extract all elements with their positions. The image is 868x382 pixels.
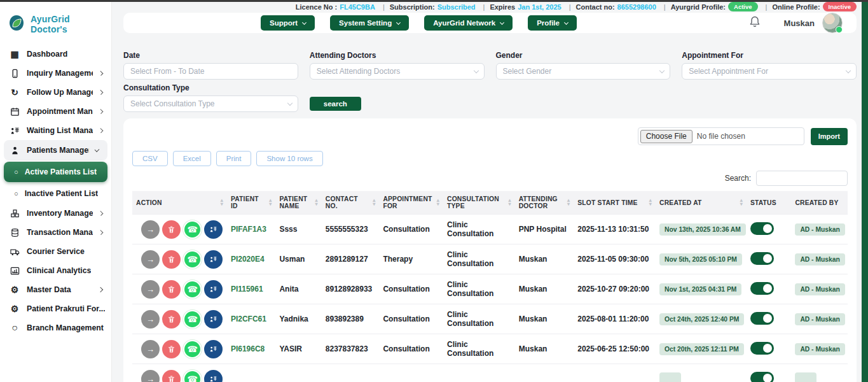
sort-icon[interactable]: ▴▾ [567,199,570,206]
sidebar-item-waiting-list[interactable]: Waiting List Manage... [0,121,111,140]
created-at-cell: Nov 5th, 2025 05:10 PM [656,244,747,274]
search-button[interactable]: search [310,97,361,111]
forward-arrow-button[interactable]: → [141,250,160,269]
excel-button[interactable]: Excel [173,151,211,166]
waiting-list-button[interactable] [204,280,223,299]
sidebar-item-active-patients-list[interactable]: ○ Active Patients List [4,162,107,182]
waiting-list-button[interactable] [204,340,223,358]
attending-doctors-select[interactable] [310,63,485,80]
sidebar-item-appointment-management[interactable]: Appointment Manag... [0,102,111,121]
sidebar-item-transaction-management[interactable]: Transaction Manage... [0,223,111,242]
delete-button[interactable] [162,250,181,269]
avatar[interactable] [822,13,843,33]
waiting-list-button[interactable] [204,250,223,269]
appointment-for-select[interactable] [682,63,857,80]
column-header-attending-doctor[interactable]: ATTENDING DOCTOR▴▾ [515,191,574,215]
patient-id-cell[interactable]: PI115961 [227,274,275,304]
column-header-consultation-type[interactable]: CONSULTATION TYPE▴▾ [443,191,515,215]
forward-arrow-button[interactable]: → [141,370,160,382]
waiting-list-button[interactable] [204,370,223,382]
sidebar-item-master-data[interactable]: ⚙ Master Data [0,280,111,299]
delete-button[interactable] [162,220,181,239]
csv-button[interactable]: CSV [132,151,168,166]
whatsapp-button[interactable]: ☎ [183,280,202,299]
whatsapp-button[interactable]: ☎ [183,310,202,329]
support-menu-button[interactable]: Support [261,15,315,31]
forward-arrow-button[interactable]: → [141,310,160,329]
forward-arrow-button[interactable]: → [141,340,160,358]
header-right: Muskan [748,13,846,33]
status-toggle[interactable] [750,222,774,235]
whatsapp-button[interactable]: ☎ [183,340,202,358]
sidebar-item-inventory-management[interactable]: Inventory Managem... [0,204,111,223]
sort-icon[interactable]: ▴▾ [740,199,743,206]
created-by-cell: AD - Muskan [791,244,848,274]
patient-id-cell[interactable]: PI2020E4 [227,244,275,274]
forward-arrow-button[interactable]: → [141,280,160,299]
sidebar-item-inactive-patient-list[interactable]: ○ Inactive Patient List [0,183,111,204]
sidebar-item-clinical-analytics[interactable]: Clinical Analytics [0,261,111,280]
ayurgrid-network-menu-button[interactable]: AyurGrid Network [424,15,513,31]
delete-button[interactable] [162,280,181,299]
column-header-created-at[interactable]: CREATED AT▴▾ [656,191,747,215]
delete-button[interactable] [162,370,181,382]
delete-button[interactable] [162,310,181,329]
created-by-badge: AD - Muskan [795,223,844,236]
status-toggle[interactable] [750,312,774,325]
sort-icon[interactable]: ▴▾ [437,199,439,206]
choose-file-button[interactable]: Choose File [640,130,692,143]
brand[interactable]: AyurGrid Doctor's [0,9,111,45]
column-header-patient-name[interactable]: PATIENT NAME▴▾ [275,191,321,215]
delete-button[interactable] [162,340,181,358]
sidebar-item-dashboard[interactable]: ▦ Dashboard [0,45,111,64]
patient-id-cell[interactable]: PI6196C8 [227,334,275,364]
column-header-action[interactable]: ACTION▴▾ [132,191,227,215]
show-rows-button[interactable]: Show 10 rows [256,151,322,166]
import-button[interactable]: Import [811,128,848,145]
table-row: → ☎ [132,364,848,382]
waiting-list-button[interactable] [204,220,223,239]
patient-id-cell[interactable] [227,364,275,382]
column-header-patient-id[interactable]: PATIENT ID▴▾ [227,191,275,215]
sidebar-item-patient-prakruti-form[interactable]: ⚙ Patient Prakruti For... [0,299,111,318]
user-menu[interactable]: Muskan [784,13,843,33]
consultation-type-select[interactable] [123,96,298,112]
notification-bell-icon[interactable] [748,15,761,31]
waiting-list-button[interactable] [204,310,223,329]
patient-id-cell[interactable]: PI2CFC61 [227,304,275,334]
status-toggle[interactable] [750,252,774,265]
sort-icon[interactable]: ▴▾ [315,199,318,206]
vertical-scrollbar[interactable] [862,2,868,382]
whatsapp-button[interactable]: ☎ [183,370,202,382]
status-toggle[interactable] [750,282,774,295]
system-setting-menu-button[interactable]: System Setting [330,15,409,31]
sort-icon[interactable]: ▴▾ [269,199,272,206]
sort-icon[interactable]: ▴▾ [649,199,652,206]
sidebar-item-follow-up[interactable]: ↻ Follow Up Managem... [0,83,111,102]
file-input[interactable]: Choose File No file chosen [638,127,804,145]
sort-icon[interactable]: ▴▾ [373,199,375,206]
profile-menu-button[interactable]: Profile [528,15,577,31]
column-header-contact-no[interactable]: CONTACT NO.▴▾ [322,191,380,215]
date-range-input[interactable] [123,63,298,80]
column-header-slot-start-time[interactable]: SLOT START TIME▴▾ [574,191,656,215]
license-bar: Licence No : FL45C9BA Subscription: Subs… [112,2,868,11]
sort-icon[interactable]: ▴▾ [508,199,511,206]
gender-select[interactable] [496,63,671,80]
forward-arrow-button[interactable]: → [141,220,160,239]
status-toggle[interactable] [750,342,774,355]
sidebar-item-label: Transaction Manage... [27,228,93,237]
created-by-badge: AD - Muskan [795,313,844,325]
patient-id-cell[interactable]: PIFAF1A3 [227,215,275,244]
sidebar-item-inquiry-management[interactable]: Inquiry Management [0,64,111,83]
table-search-input[interactable] [756,171,848,186]
column-header-appointment-for[interactable]: APPOINTMENT FOR▴▾ [379,191,443,215]
sidebar-item-branch-management[interactable]: ○ Branch Management [0,318,111,337]
print-button[interactable]: Print [216,151,252,166]
whatsapp-button[interactable]: ☎ [183,250,202,269]
status-toggle[interactable] [750,372,774,382]
whatsapp-button[interactable]: ☎ [183,220,202,239]
sidebar-item-patients-management[interactable]: Patients Management [4,140,107,160]
sidebar-item-courier-service[interactable]: Courier Service [0,242,111,261]
sort-icon[interactable]: ▴▾ [221,199,223,206]
